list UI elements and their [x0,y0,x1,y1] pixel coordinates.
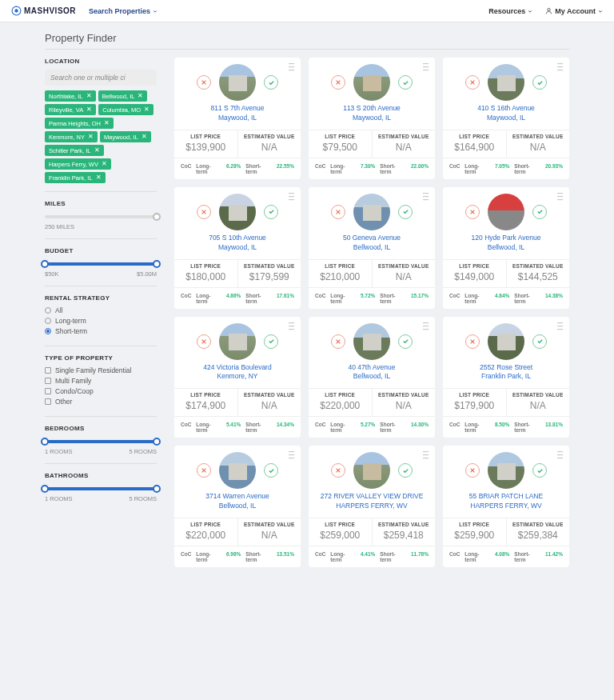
nav-my-account[interactable]: My Account [545,7,603,15]
property-address[interactable]: 811 S 7th AvenueMaywood, IL [206,104,269,123]
chip-remove-icon[interactable]: ✕ [144,106,150,113]
chip-remove-icon[interactable]: ✕ [138,93,143,99]
location-chip[interactable]: Schiller Park, IL✕ [45,145,104,156]
location-search-input[interactable]: Search one or multiple ci [45,70,157,86]
budget-slider[interactable] [45,262,157,266]
property-address[interactable]: 55 BRIAR PATCH LANEHARPERS FERRY, WV [464,492,548,511]
accept-button[interactable] [532,75,547,90]
accept-button[interactable] [264,334,278,349]
location-chip[interactable]: Maywood, IL✕ [100,131,151,142]
property-thumbnail[interactable] [219,452,256,489]
location-chip[interactable]: Columbia, MO✕ [98,104,154,115]
property-thumbnail[interactable] [219,194,256,230]
reject-button[interactable] [465,334,480,349]
filter-bathrooms: BATHROOMS 1 ROOMS5 ROOMS [45,472,157,510]
property-thumbnail[interactable] [353,452,390,489]
nav-resources[interactable]: Resources [488,7,532,15]
rental-option[interactable]: Long-term [45,317,157,325]
card-menu-icon[interactable]: ─── [557,450,563,460]
reject-button[interactable] [465,463,480,478]
location-chip[interactable]: Rileyville, VA✕ [45,104,96,115]
chip-remove-icon[interactable]: ✕ [86,106,92,113]
miles-slider[interactable] [45,215,157,218]
card-menu-icon[interactable]: ─── [423,450,429,460]
type-option[interactable]: Condo/Coop [45,387,157,395]
location-chip[interactable]: Parma Heights, OH✕ [45,118,114,129]
property-address[interactable]: 424 Victoria BoulevardKenmore, NY [198,363,276,382]
accept-button[interactable] [398,205,413,219]
property-address[interactable]: 40 47th AvenueBellwood, IL [344,363,401,382]
rental-option[interactable]: Short-term [45,327,157,335]
reject-button[interactable] [331,463,345,478]
accept-button[interactable] [264,75,278,90]
location-chip[interactable]: Bellwood, IL✕ [98,90,148,102]
chip-remove-icon[interactable]: ✕ [104,120,110,126]
chip-remove-icon[interactable]: ✕ [96,174,102,181]
reject-button[interactable] [331,75,345,90]
reject-button[interactable] [465,75,480,90]
chip-remove-icon[interactable]: ✕ [88,134,94,140]
rental-option[interactable]: All [45,306,157,314]
property-address[interactable]: 50 Geneva AvenueBellwood, IL [338,234,405,253]
property-thumbnail[interactable] [353,194,390,230]
property-address[interactable]: 3714 Warren AvenueBellwood, IL [201,492,273,511]
property-thumbnail[interactable] [488,323,524,360]
property-thumbnail[interactable] [353,323,390,360]
type-option[interactable]: Multi Family [45,377,157,385]
location-chip[interactable]: Kenmore, NY✕ [45,131,98,142]
accept-button[interactable] [532,463,547,478]
property-thumbnail[interactable] [219,64,256,101]
logo[interactable]: MASHVISOR [11,6,76,16]
reject-button[interactable] [197,334,211,349]
header: MASHVISOR Search Properties Resources My… [0,0,614,22]
property-thumbnail[interactable] [219,323,256,360]
accept-button[interactable] [532,205,547,219]
reject-button[interactable] [331,334,345,349]
property-thumbnail[interactable] [488,64,524,101]
accept-button[interactable] [398,463,413,478]
reject-button[interactable] [197,75,211,90]
type-option[interactable]: Single Family Residential [45,366,157,374]
bathrooms-slider[interactable] [45,487,157,490]
coc-row: CoCLong-term8.50%Short-term13.81% [443,416,569,433]
card-menu-icon[interactable]: ─── [423,322,429,331]
location-chip[interactable]: Franklin Park, IL✕ [45,172,106,183]
accept-button[interactable] [398,334,413,349]
property-address[interactable]: 2552 Rose StreetFranklin Park, IL [475,363,537,382]
reject-button[interactable] [197,463,211,478]
property-address[interactable]: 113 S 20th AvenueMaywood, IL [338,104,405,123]
chip-remove-icon[interactable]: ✕ [142,134,147,140]
nav-search-properties[interactable]: Search Properties [89,7,157,15]
card-menu-icon[interactable]: ─── [289,62,294,72]
card-menu-icon[interactable]: ─── [289,322,294,331]
card-menu-icon[interactable]: ─── [289,192,294,202]
property-address[interactable]: 120 Hyde Park AvenueBellwood, IL [467,234,546,253]
chip-remove-icon[interactable]: ✕ [86,93,92,99]
property-address[interactable]: 705 S 10th AvenueMaywood, IL [204,234,271,253]
property-address[interactable]: 272 RIVER VALLEY VIEW DRIVEHARPERS FERRY… [316,492,429,511]
bedrooms-slider[interactable] [45,440,157,443]
location-chip[interactable]: Northlake, IL✕ [45,90,96,102]
reject-button[interactable] [465,205,480,219]
reject-button[interactable] [331,205,345,219]
chip-remove-icon[interactable]: ✕ [102,161,107,167]
accept-button[interactable] [264,205,278,219]
card-menu-icon[interactable]: ─── [557,322,563,331]
reject-button[interactable] [197,205,211,219]
property-thumbnail[interactable] [488,452,524,489]
property-address[interactable]: 410 S 16th AvenueMaywood, IL [472,104,540,123]
card-menu-icon[interactable]: ─── [289,450,294,460]
property-grid: ───811 S 7th AvenueMaywood, ILLIST PRICE… [174,58,569,567]
accept-button[interactable] [264,463,278,478]
property-thumbnail[interactable] [353,64,390,101]
location-chip[interactable]: Harpers Ferry, WV✕ [45,158,111,170]
accept-button[interactable] [532,334,547,349]
card-menu-icon[interactable]: ─── [423,62,429,72]
card-menu-icon[interactable]: ─── [557,62,563,72]
accept-button[interactable] [398,75,413,90]
property-thumbnail[interactable] [488,194,524,230]
card-menu-icon[interactable]: ─── [423,192,429,202]
card-menu-icon[interactable]: ─── [557,192,563,202]
chip-remove-icon[interactable]: ✕ [94,147,100,154]
type-option[interactable]: Other [45,398,157,406]
